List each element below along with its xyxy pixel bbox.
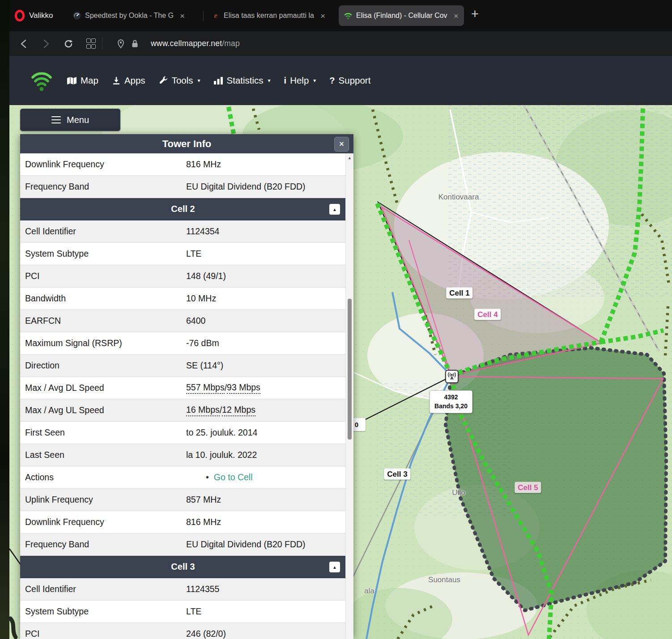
browser-window: Valikko Speedtest by Ookla - The G × e E… [9,0,672,639]
row-label: Direction [20,360,186,371]
row-value: 246 (82/0) [186,629,346,639]
table-row: PCI148 (49/1) [20,265,346,288]
row-value: 10 MHz [186,293,346,304]
cell3-label[interactable]: Cell 3 [384,469,410,480]
chevron-down-icon: ▾ [268,77,271,84]
row-label: EARFCN [20,316,186,326]
bullet-icon: • [206,472,209,482]
row-label: Last Seen [20,450,186,460]
cell2-section-header[interactable]: Cell 2▲ [20,198,346,220]
row-label: System Subtype [20,249,186,259]
tower-info-callout[interactable]: 4392 Bands 3,20 [430,390,472,413]
row-value: 857 MHz [186,495,346,505]
tab-speedtest[interactable]: Speedtest by Ookla - The G × [68,5,190,26]
panel-header[interactable]: Tower Info × [20,134,353,153]
cell1-label[interactable]: Cell 1 [446,288,472,299]
go-to-cell-link[interactable]: Go to Cell [214,472,253,482]
nav-item-statistics[interactable]: Statistics ▾ [214,75,271,86]
row-value: LTE [186,606,346,617]
row-value: EU Digital Dividend (B20 FDD) [186,182,346,192]
reload-button[interactable] [63,31,74,56]
cellmapper-logo-icon[interactable] [31,68,52,94]
tower-info-panel: Tower Info × Downlink Frequency816 MHz F… [20,134,353,639]
map-icon [67,76,77,85]
new-tab-button[interactable]: + [471,7,479,21]
row-label: Cell Identifier [20,226,186,237]
table-row: Cell Identifier1124354 [20,220,346,243]
table-row: Downlink Frequency816 MHz [20,511,346,533]
nav-item-map[interactable]: Map [67,75,98,86]
tab-title: Elisa taas kerran pamautti la [224,12,314,20]
row-label: Max / Avg DL Speed [20,383,186,393]
row-label: Frequency Band [20,539,186,550]
cellmapper-favicon-icon [344,12,352,20]
row-value: 816 MHz [186,159,346,169]
table-row: Frequency BandEU Digital Dividend (B20 F… [20,533,346,556]
row-label: First Seen [20,427,186,438]
desktop-wallpaper [0,0,9,639]
table-row: Uplink Frequency857 MHz [20,489,346,511]
nav-item-tools[interactable]: Tools ▾ [159,75,200,86]
tower-marker-icon[interactable] [445,370,459,383]
row-value: 1124354 [186,226,346,237]
tab-elisa-article[interactable]: e Elisa taas kerran pamautti la × [206,5,331,26]
nav-label: Apps [124,75,145,86]
nav-item-support[interactable]: ? Support [329,75,370,86]
nav-label: Map [81,75,98,86]
table-row: PCI246 (82/0) [20,623,346,639]
cell5-label[interactable]: Cell 5 [515,482,541,493]
table-row: Bandwidth10 MHz [20,288,346,310]
row-label: System Subtype [20,606,186,617]
opera-logo-icon [15,10,25,21]
nav-item-apps[interactable]: Apps [112,75,145,86]
place-label-uilo: Uilo [452,489,465,496]
dl-avg-speed-link[interactable]: 93 Mbps [227,382,260,394]
map-menu-button[interactable]: Menu [20,109,120,131]
row-value: EU Digital Dividend (B20 FDD) [186,539,346,550]
panel-body: Downlink Frequency816 MHz Frequency Band… [20,153,346,639]
address-toolbar: www.cellmapper.net/map [9,31,672,56]
table-row: Frequency BandEU Digital Dividend (B20 F… [20,176,346,198]
scrollbar-thumb[interactable] [348,299,352,440]
section-title: Cell 2 [171,204,195,214]
dl-max-speed-link[interactable]: 557 Mbps [186,382,225,394]
close-icon[interactable]: × [334,137,349,152]
ul-max-speed-link[interactable]: 16 Mbps [186,405,220,416]
download-icon [112,76,121,85]
table-row: Cell Identifier1124355 [20,578,346,601]
tab-title: Speedtest by Ookla - The G [85,12,174,20]
tab-close-icon[interactable]: × [180,12,185,20]
row-label: Uplink Frequency [20,495,186,505]
row-value: to 25. jouluk. 2014 [186,427,346,438]
tab-close-icon[interactable]: × [320,12,325,20]
row-label: Downlink Frequency [20,517,186,527]
cell3-section-header[interactable]: Cell 3▲ [20,556,346,578]
collapse-icon[interactable]: ▲ [329,204,340,215]
scroll-up-icon[interactable]: ▲ [346,156,353,160]
collapse-icon[interactable]: ▲ [329,562,340,572]
nav-label: Support [339,75,371,86]
table-row: System SubtypeLTE [20,601,346,623]
nav-item-help[interactable]: i Help ▾ [284,75,316,86]
back-button[interactable] [18,31,30,56]
lock-icon[interactable] [130,31,139,56]
row-label: Maximum Signal (RSRP) [20,338,186,348]
tab-cellmapper-active[interactable]: Elisa (Finland) - Cellular Cov × [339,5,464,26]
table-row: Last Seenla 10. jouluk. 2022 [20,444,346,466]
panel-title: Tower Info [162,138,212,150]
row-label: Bandwidth [20,293,186,304]
forward-button[interactable] [40,31,51,56]
tower-bands: Bands 3,20 [434,402,468,411]
browser-menu-button[interactable]: Valikko [15,6,53,25]
panel-scrollbar[interactable]: ▲ [345,153,353,639]
address-bar[interactable]: www.cellmapper.net/map [151,31,240,56]
cell4-label[interactable]: Cell 4 [474,309,501,320]
row-label: PCI [20,271,186,281]
table-row: Downlink Frequency816 MHz [20,153,346,176]
location-pin-icon[interactable] [116,31,126,56]
ul-avg-speed-link[interactable]: 12 Mbps [222,405,255,416]
speed-dial-icon[interactable] [85,31,96,56]
tab-close-icon[interactable]: × [454,12,459,20]
row-value: -76 dBm [186,338,346,348]
site-header: Map Apps Tools ▾ Statistics ▾ i [9,56,672,105]
